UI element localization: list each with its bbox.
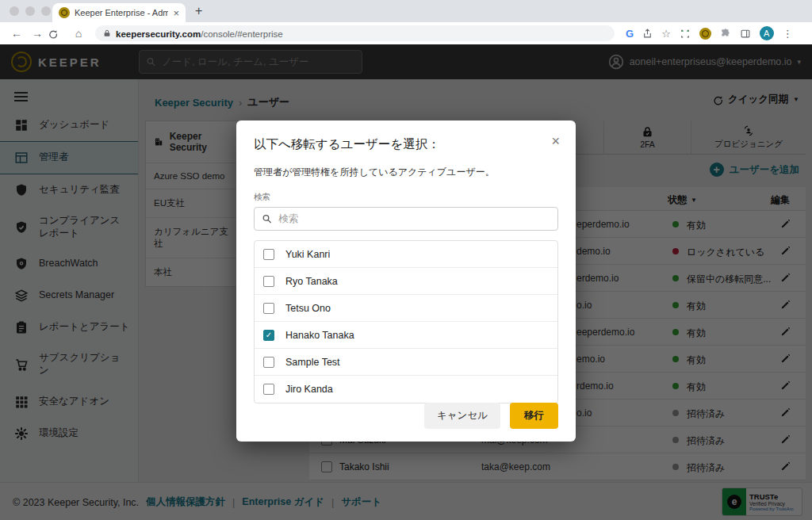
share-icon[interactable]	[642, 29, 653, 39]
user-list-item[interactable]: ✓ Yuki Kanri	[255, 241, 557, 268]
user-checkbox[interactable]: ✓	[263, 384, 274, 395]
window-close-button[interactable]	[10, 6, 19, 16]
browser-toolbar: ← → ⌂ keepersecurity.com/console/#enterp…	[0, 22, 812, 44]
browser-tabbar: Keeper Enterprise - Admin Con × +	[0, 0, 812, 22]
modal-close-icon[interactable]: ×	[551, 133, 560, 150]
window-minimize-button[interactable]	[25, 6, 35, 16]
user-list-item[interactable]: ✓ Tetsu Ono	[255, 295, 557, 322]
modal-user-list: ✓ Yuki Kanri ✓ Ryo Tanaka ✓ Tetsu Ono ✓ …	[254, 240, 558, 403]
url-domain: keepersecurity.com	[116, 29, 201, 39]
user-list-item[interactable]: ✓ Ryo Tanaka	[255, 268, 557, 295]
screenshot-icon[interactable]	[680, 29, 691, 39]
reload-button[interactable]	[48, 29, 68, 39]
cancel-button[interactable]: キャンセル	[424, 403, 500, 429]
back-button[interactable]: ←	[6, 27, 27, 40]
keeper-favicon-icon	[59, 7, 70, 18]
user-list-item[interactable]: ✓ Hanako Tanaka	[255, 322, 557, 349]
user-list-item[interactable]: ✓ Jiro Kanda	[255, 376, 557, 403]
user-name: Sample Test	[285, 357, 340, 368]
window-zoom-button[interactable]	[41, 6, 51, 16]
modal-subtitle: 管理者が管理特権を所持しているアクティブユーザー。	[254, 166, 558, 179]
user-name: Yuki Kanri	[285, 249, 330, 260]
user-name: Ryo Tanaka	[285, 276, 338, 287]
modal-search-box[interactable]	[254, 207, 558, 231]
google-icon[interactable]: G	[626, 28, 634, 40]
browser-menu-icon[interactable]: ⋮	[783, 28, 793, 40]
keeper-extension-icon[interactable]	[699, 28, 711, 40]
search-icon	[262, 213, 272, 224]
user-checkbox[interactable]: ✓	[263, 276, 274, 287]
side-panel-icon[interactable]	[740, 29, 751, 39]
tab-close-icon[interactable]: ×	[173, 8, 179, 18]
lock-icon	[103, 29, 111, 38]
modal-title: 以下へ移転するユーザーを選択：	[254, 136, 558, 153]
url-path: /console/#enterprise	[201, 29, 283, 39]
user-name: Tetsu Ono	[285, 303, 331, 314]
modal-search-input[interactable]	[278, 213, 550, 224]
user-name: Jiro Kanda	[285, 384, 333, 395]
app-window: Keeper Enterprise - Admin Con × + ← → ⌂ …	[0, 0, 812, 520]
browser-tab[interactable]: Keeper Enterprise - Admin Con ×	[52, 3, 186, 22]
bookmark-star-icon[interactable]: ☆	[661, 28, 671, 40]
home-button[interactable]: ⌂	[68, 27, 89, 40]
extensions-puzzle-icon[interactable]	[720, 28, 731, 39]
user-list-item[interactable]: ✓ Sample Test	[255, 349, 557, 376]
user-checkbox[interactable]: ✓	[263, 357, 274, 368]
browser-profile-avatar[interactable]: A	[760, 26, 774, 40]
new-tab-button[interactable]: +	[195, 4, 202, 18]
user-name: Hanako Tanaka	[285, 330, 354, 341]
transfer-user-modal: 以下へ移転するユーザーを選択： × 管理者が管理特権を所持しているアクティブユー…	[236, 120, 576, 442]
user-checkbox[interactable]: ✓	[263, 303, 274, 314]
url-bar[interactable]: keepersecurity.com/console/#enterprise	[95, 25, 615, 41]
forward-button[interactable]: →	[27, 27, 48, 40]
user-checkbox[interactable]: ✓	[263, 330, 274, 341]
user-checkbox[interactable]: ✓	[263, 249, 274, 260]
tab-title: Keeper Enterprise - Admin Con	[75, 8, 168, 17]
transfer-button[interactable]: 移行	[510, 403, 558, 429]
modal-search-label: 検索	[254, 192, 558, 203]
